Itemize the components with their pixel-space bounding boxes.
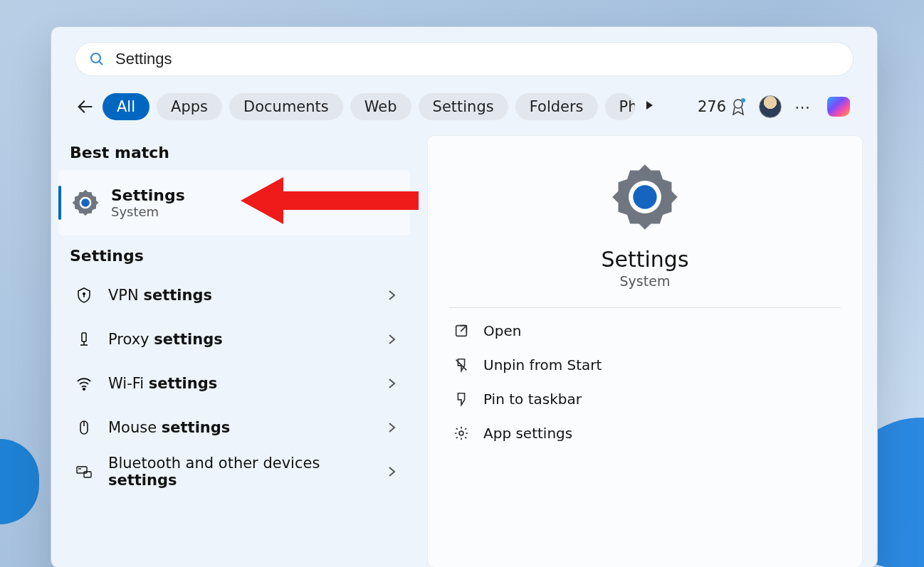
- settings-result-0[interactable]: VPN settings: [58, 273, 410, 317]
- svg-point-0: [91, 53, 100, 63]
- svg-line-1: [99, 61, 103, 65]
- more-options[interactable]: ⋯: [794, 98, 812, 116]
- svg-point-14: [83, 388, 85, 390]
- detail-action-app-settings[interactable]: App settings: [449, 416, 841, 450]
- detail-action-label: Unpin from Start: [483, 356, 602, 373]
- chevron-right-icon: [386, 466, 397, 477]
- svg-marker-8: [241, 177, 419, 224]
- rewards-points[interactable]: 276: [698, 97, 746, 116]
- back-button[interactable]: [75, 97, 95, 117]
- back-arrow-icon: [75, 97, 95, 117]
- search-icon: [88, 51, 105, 68]
- settings-result-3[interactable]: Mouse settings: [58, 406, 410, 450]
- settings-result-label: Wi-Fi settings: [108, 375, 386, 392]
- chevron-right-icon: [386, 334, 397, 345]
- settings-result-label: VPN settings: [108, 287, 386, 304]
- chevron-right-icon: [386, 378, 397, 389]
- svg-point-5: [741, 98, 745, 102]
- filter-apps[interactable]: Apps: [157, 93, 222, 120]
- settings-gear-icon: [71, 189, 100, 217]
- best-match-subtitle: System: [111, 204, 185, 219]
- settings-result-label: Proxy settings: [108, 331, 386, 348]
- svg-point-21: [633, 185, 656, 208]
- settings-result-4[interactable]: Bluetooth and other devices settings: [58, 450, 410, 494]
- filter-settings[interactable]: Settings: [419, 93, 508, 120]
- detail-title: Settings: [601, 247, 688, 272]
- settings-heading: Settings: [70, 247, 414, 265]
- filter-folders[interactable]: Folders: [515, 93, 598, 120]
- filter-web[interactable]: Web: [350, 93, 411, 120]
- detail-action-unpin-from-start[interactable]: Unpin from Start: [449, 348, 841, 382]
- settings-result-label: Bluetooth and other devices settings: [108, 455, 386, 489]
- detail-action-open[interactable]: Open: [449, 314, 841, 348]
- svg-point-25: [459, 431, 463, 435]
- chevron-right-icon: [386, 290, 397, 301]
- detail-action-label: App settings: [483, 425, 572, 442]
- svg-line-23: [461, 326, 466, 332]
- wallpaper-shape-left: [0, 439, 39, 524]
- copilot-icon[interactable]: [824, 92, 853, 121]
- best-match-title: Settings: [111, 186, 185, 204]
- best-match-result[interactable]: Settings System: [58, 170, 410, 235]
- filter-photos[interactable]: Ph: [605, 93, 635, 120]
- search-input[interactable]: [114, 49, 840, 69]
- annotation-arrow: [241, 169, 419, 233]
- detail-pane: Settings System OpenUnpin from StartPin …: [427, 135, 863, 567]
- best-match-heading: Best match: [70, 144, 414, 161]
- filter-all[interactable]: All: [103, 93, 149, 120]
- search-bar[interactable]: [75, 43, 853, 75]
- user-avatar[interactable]: [759, 95, 782, 118]
- svg-marker-3: [646, 101, 653, 110]
- chevron-right-icon: [386, 422, 397, 433]
- detail-action-label: Pin to taskbar: [483, 391, 582, 408]
- start-search-window: All Apps Documents Web Settings Folders …: [51, 26, 878, 567]
- filter-documents[interactable]: Documents: [229, 93, 343, 120]
- settings-gear-icon-large: [609, 161, 681, 233]
- filters-scroll-right[interactable]: [644, 100, 655, 114]
- svg-point-7: [81, 198, 90, 207]
- points-value: 276: [698, 98, 726, 115]
- results-column: Best match Settings System Settings: [51, 135, 414, 567]
- settings-result-label: Mouse settings: [108, 419, 386, 436]
- rewards-medal-icon: [730, 97, 746, 116]
- detail-subtitle: System: [620, 273, 671, 289]
- detail-action-label: Open: [483, 322, 521, 339]
- detail-action-pin-to-taskbar[interactable]: Pin to taskbar: [449, 382, 841, 416]
- svg-point-9: [83, 293, 85, 295]
- filter-row: All Apps Documents Web Settings Folders …: [75, 92, 853, 121]
- settings-result-1[interactable]: Proxy settings: [58, 317, 410, 361]
- caret-right-icon: [644, 100, 655, 111]
- settings-result-2[interactable]: Wi-Fi settings: [58, 361, 410, 406]
- svg-rect-18: [84, 472, 91, 477]
- svg-rect-11: [82, 333, 86, 341]
